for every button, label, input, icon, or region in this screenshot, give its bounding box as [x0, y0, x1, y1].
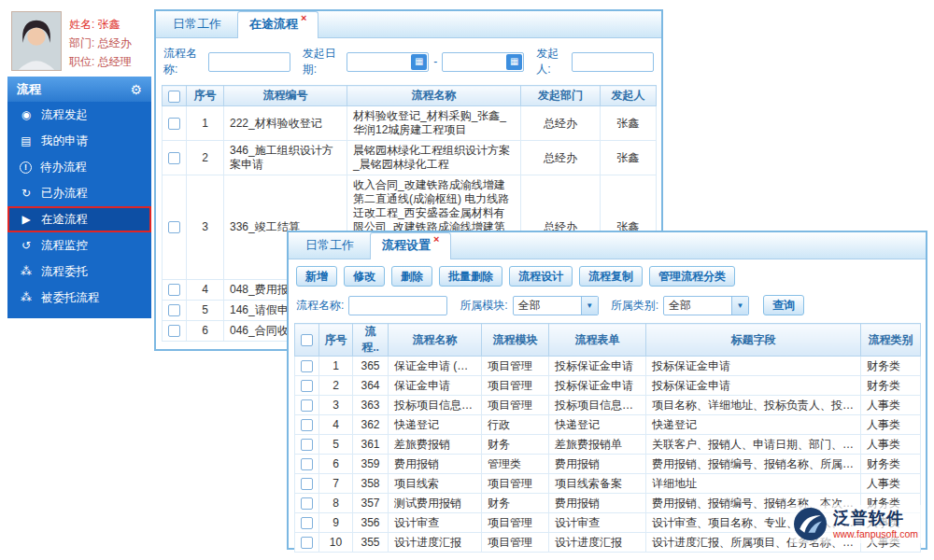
sidebar-item[interactable]: ↺ 流程监控 — [7, 232, 151, 259]
sidebar-item[interactable]: ! 待办流程 — [7, 154, 151, 180]
table-header-row: 序号流程编号流程名称发起部门发起人 — [163, 86, 657, 106]
column-header[interactable]: 流程类别 — [861, 324, 921, 357]
toolbar-button[interactable]: 新增 — [296, 266, 337, 287]
profile-card: 姓名: 张鑫 部门: 总经办 职位: 总经理 — [7, 9, 151, 77]
cell-process-code: 222_材料验收登记 — [224, 106, 347, 141]
sidebar-item[interactable]: ↻ 已办流程 — [7, 180, 151, 206]
menu-icon: ↺ — [20, 239, 33, 252]
row-checkbox[interactable] — [301, 537, 313, 549]
sidebar-section-title: 流程 — [17, 81, 41, 98]
select-all-checkbox[interactable] — [301, 334, 313, 346]
table-row[interactable]: 3 363 投标项目信息登记 项目管理 投标项目信息登记 项目名称、详细地址、投… — [295, 396, 921, 415]
cell-form: 设计审查 — [549, 513, 646, 533]
sidebar-item[interactable]: ▤ 我的申请 — [7, 128, 151, 154]
cell-process-name: 设计进度汇报 — [389, 533, 482, 553]
chevron-down-icon[interactable]: ▼ — [731, 297, 748, 315]
row-checkbox[interactable] — [168, 304, 180, 316]
column-header[interactable]: 流程模块 — [482, 324, 549, 357]
row-checkbox[interactable] — [301, 399, 313, 412]
column-header[interactable]: 序号 — [187, 86, 224, 106]
cell-no: 5 — [319, 435, 353, 455]
process-name-input[interactable] — [208, 52, 290, 72]
row-checkbox[interactable] — [168, 325, 180, 337]
cell-title-field: 快递登记 — [646, 415, 861, 435]
column-header[interactable]: 标题字段 — [646, 324, 861, 357]
module-select[interactable]: 全部 ▼ — [513, 296, 599, 315]
toolbar-button[interactable]: 删除 — [391, 266, 432, 287]
sidebar-item[interactable]: ⁂ 流程委托 — [7, 259, 151, 285]
cell-process-code: 361 — [353, 435, 389, 455]
cell-no: 4 — [319, 415, 353, 435]
category-value: 全部 — [664, 298, 731, 314]
table-row[interactable]: 2 364 保证金申请 项目管理 投标保证金申请 投标保证金申请 财务类 — [295, 376, 921, 396]
row-checkbox[interactable] — [301, 439, 313, 451]
row-checkbox[interactable] — [168, 152, 180, 164]
row-checkbox[interactable] — [301, 360, 313, 372]
cell-person: 张鑫 — [601, 141, 657, 175]
toolbar-button[interactable]: 管理流程分类 — [649, 266, 735, 287]
tab-label: 在途流程 — [249, 16, 298, 33]
category-select[interactable]: 全部 ▼ — [663, 296, 749, 315]
column-header[interactable]: 序号 — [319, 324, 353, 357]
settings-gear-icon[interactable]: ⚙ — [130, 82, 142, 97]
row-checkbox[interactable] — [301, 517, 313, 529]
tab[interactable]: 在途流程 × — [237, 11, 318, 38]
cell-dept: 总经办 — [521, 141, 601, 175]
tab-close-icon[interactable]: × — [433, 233, 439, 250]
process-name-input[interactable] — [348, 296, 447, 315]
calendar-icon[interactable]: ▦ — [506, 54, 522, 70]
tab[interactable]: 流程设置 × — [370, 232, 451, 259]
sidebar-item[interactable]: ◉ 流程发起 — [7, 102, 151, 128]
chevron-down-icon[interactable]: ▼ — [581, 297, 598, 315]
calendar-icon[interactable]: ▦ — [411, 54, 427, 70]
tab-close-icon[interactable]: × — [301, 12, 306, 29]
sidebar-item[interactable]: ▶ 在途流程 — [7, 206, 151, 232]
tab[interactable]: 日常工作 — [162, 12, 235, 37]
cell-form: 投标项目信息登记 — [549, 396, 646, 415]
cell-category: 财务类 — [861, 376, 921, 396]
cell-process-code: 363 — [353, 396, 389, 415]
table-row[interactable]: 5 361 差旅费报销 财务 差旅费报销单 关联客户、报销人、申请日期、部门、报… — [295, 435, 921, 455]
brand-url[interactable]: www.fanpusoft.com — [833, 528, 918, 539]
cell-process-name: 差旅费报销 — [389, 435, 482, 455]
column-header[interactable]: 流程表单 — [549, 324, 646, 357]
row-checkbox[interactable] — [301, 478, 313, 490]
column-header[interactable]: 发起部门 — [521, 86, 601, 106]
cell-title-field: 项目名称、详细地址、投标负责人、投标日期 — [646, 396, 861, 415]
row-checkbox[interactable] — [168, 118, 180, 130]
toolbar-button[interactable]: 修改 — [344, 266, 385, 287]
column-header[interactable]: 流程名称 — [347, 86, 521, 106]
cell-module: 财务 — [482, 494, 549, 513]
row-checkbox[interactable] — [168, 284, 180, 296]
row-checkbox[interactable] — [168, 221, 180, 233]
row-checkbox[interactable] — [301, 380, 313, 392]
row-checkbox[interactable] — [301, 458, 313, 470]
toolbar-button[interactable]: 批量删除 — [439, 266, 502, 287]
toolbar-button[interactable]: 流程复制 — [579, 266, 643, 287]
row-checkbox[interactable] — [301, 419, 313, 431]
cell-process-name: 测试费用报销 — [389, 494, 482, 513]
cell-no: 2 — [187, 141, 224, 175]
query-button[interactable]: 查询 — [763, 295, 804, 315]
column-header[interactable]: 发起人 — [601, 86, 657, 106]
column-header[interactable]: 流程.. — [353, 324, 389, 357]
table-row[interactable]: 1 222_材料验收登记 材料验收登记_材料采购_张鑫_华润12城房建工程项目 … — [163, 106, 657, 141]
sidebar-item[interactable]: ⁂ 被委托流程 — [7, 285, 151, 311]
menu-icon: ◉ — [20, 108, 33, 121]
cell-no: 10 — [319, 533, 353, 553]
table-row[interactable]: 2 346_施工组织设计方案申请 晨铭园林绿化工程组织设计方案_晨铭园林绿化工程… — [163, 141, 657, 175]
column-header[interactable]: 流程名称 — [389, 324, 482, 357]
row-checkbox[interactable] — [301, 497, 313, 510]
tab[interactable]: 日常工作 — [294, 233, 368, 259]
start-date-label: 发起日期: — [303, 46, 343, 77]
win1-tabbar: 日常工作 在途流程 × — [156, 11, 661, 38]
select-all-checkbox[interactable] — [168, 91, 180, 103]
module-label: 所属模块: — [460, 298, 507, 314]
table-row[interactable]: 1 365 保证金申请 (副本) 项目管理 投标保证金申请 投标保证金申请 财务… — [295, 357, 921, 376]
toolbar-button[interactable]: 流程设计 — [509, 266, 573, 287]
table-row[interactable]: 4 362 快递登记 行政 快递登记 快递登记 人事类 — [295, 415, 921, 435]
table-row[interactable]: 6 359 费用报销 管理类 费用报销 费用报销、报销编号、报销名称、所属项目 … — [295, 455, 921, 474]
initiator-input[interactable] — [572, 52, 654, 72]
column-header[interactable]: 流程编号 — [224, 86, 347, 106]
table-row[interactable]: 7 358 项目线索 项目管理 项目线索备案 详细地址 人事类 — [295, 474, 921, 494]
